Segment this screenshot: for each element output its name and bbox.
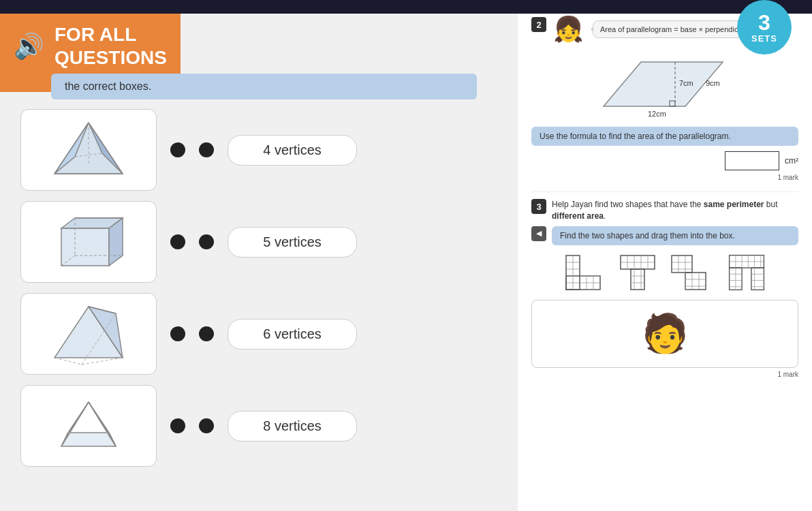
dot-left-4[interactable]	[170, 418, 185, 433]
q2-instruction-text: Use the formula to find the area of the …	[540, 131, 731, 141]
svg-text:9cm: 9cm	[706, 79, 720, 87]
svg-line-19	[82, 358, 123, 365]
instruction-bar: the correct boxes.	[51, 74, 477, 99]
vertex-label-4[interactable]: 4 vertices	[228, 135, 357, 166]
shape-box-prism	[20, 293, 157, 375]
instruction-text: the correct boxes.	[65, 80, 151, 92]
svg-rect-43	[631, 269, 644, 290]
q3-number-badge: 3	[531, 199, 546, 214]
vertex-label-5[interactable]: 5 vertices	[228, 227, 357, 258]
grid-shape-2[interactable]	[614, 252, 661, 293]
q3-desc-part1: Help Jayan find two shapes that have the	[552, 200, 704, 209]
shapes-container: 4 vertices	[20, 109, 497, 497]
q3-mark: 1 mark	[531, 371, 798, 378]
shape-row-2: 5 vertices	[20, 201, 497, 283]
q2-answer-input[interactable]	[725, 151, 779, 170]
grid-shape-3[interactable]	[668, 252, 716, 293]
q3-shapes-grid	[531, 252, 798, 293]
sets-number: 3	[758, 12, 770, 33]
q3-instruction: Find the two shapes and drag them into t…	[552, 226, 798, 245]
q3-description: Help Jayan find two shapes that have the…	[552, 199, 798, 222]
shape-box-sq-pyramid	[20, 385, 157, 467]
dot-right-6v[interactable]	[199, 326, 214, 341]
grid-shape-1[interactable]	[559, 252, 607, 293]
dot-right-8v[interactable]	[199, 418, 214, 433]
q3-section: 3 Help Jayan find two shapes that have t…	[531, 191, 798, 378]
right-panel: 3 SETS 2 👧 Area of parallelogram = base …	[518, 0, 812, 511]
vertex-label-6[interactable]: 6 vertices	[228, 319, 357, 350]
dot-left-2[interactable]	[170, 234, 185, 249]
svg-marker-6	[61, 228, 109, 266]
dot-right-4v[interactable]	[199, 142, 214, 157]
parallelogram-diagram: 7cm 9cm 12cm	[531, 48, 798, 120]
q2-answer-row: cm²	[531, 151, 798, 170]
svg-marker-27	[604, 62, 723, 106]
q2-instruction: Use the formula to find the area of the …	[531, 127, 798, 146]
right-content: 2 👧 Area of parallelogram = base × perpe…	[518, 0, 812, 388]
q3-drop-box[interactable]: 🧑	[531, 300, 798, 368]
dot-left-1[interactable]	[170, 142, 185, 157]
grid-shape-4[interactable]	[723, 252, 770, 293]
q3-desc-mid: but	[764, 200, 778, 209]
q2-mark: 1 mark	[531, 174, 798, 181]
q3-audio-icon[interactable]: ◀	[531, 226, 546, 241]
q2-number-badge: 2	[531, 17, 546, 32]
svg-rect-52	[685, 273, 706, 290]
q3-different-area: different area	[552, 211, 604, 221]
q2-unit: cm²	[785, 156, 798, 166]
q3-desc-end: .	[604, 211, 606, 221]
sound-icon[interactable]: 🔊	[14, 32, 44, 61]
left-top-bar	[0, 0, 518, 14]
svg-line-17	[54, 358, 82, 365]
vertex-label-8[interactable]: 8 vertices	[228, 411, 357, 442]
shape-box-cube	[20, 201, 157, 283]
jayan-figure: 🧑	[642, 311, 689, 356]
q3-header-row: 3 Help Jayan find two shapes that have t…	[531, 199, 798, 222]
shape-row-3: 6 vertices	[20, 293, 497, 375]
header-line2: QUESTIONS	[54, 46, 167, 69]
sets-label: SETS	[751, 33, 777, 44]
svg-rect-51	[672, 256, 692, 273]
left-panel: 🔊 FOR ALL QUESTIONS the correct boxes.	[0, 0, 518, 511]
svg-marker-20	[61, 433, 116, 446]
avatar-girl: 👧	[553, 17, 584, 42]
dot-right-5v[interactable]	[199, 234, 214, 249]
shape-row-4: 8 vertices	[20, 385, 497, 467]
header-text: FOR ALL QUESTIONS	[54, 23, 167, 69]
shape-box-pyramid	[20, 109, 157, 191]
shape-row-1: 4 vertices	[20, 109, 497, 191]
svg-text:7cm: 7cm	[679, 79, 693, 87]
dot-left-3[interactable]	[170, 326, 185, 341]
sets-badge: 3 SETS	[737, 0, 792, 55]
q3-same-perimeter: same perimeter	[704, 200, 764, 209]
header-line1: FOR ALL	[54, 23, 167, 46]
svg-text:12cm: 12cm	[648, 110, 666, 118]
q3-instruction-text: Find the two shapes and drag them into t…	[560, 231, 735, 241]
